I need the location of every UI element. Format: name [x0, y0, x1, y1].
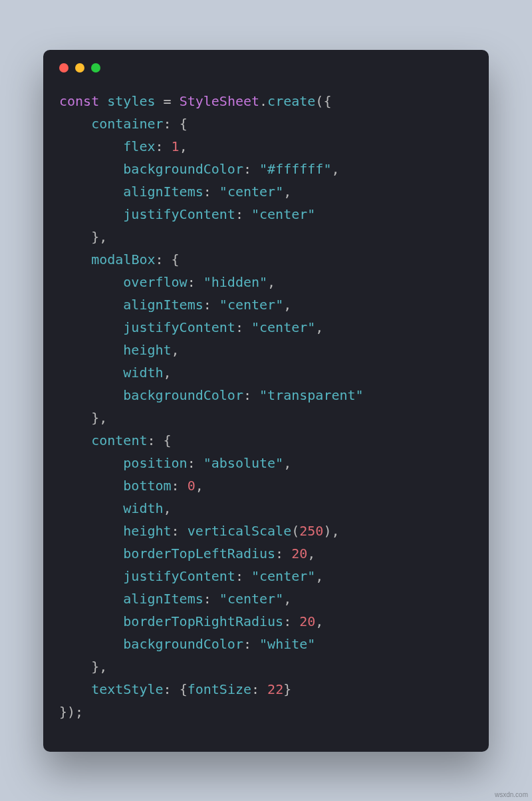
- prop-height: height: [123, 523, 171, 539]
- num-22: 22: [267, 681, 283, 697]
- zoom-icon[interactable]: [91, 63, 100, 73]
- str-hidden: "hidden": [203, 274, 267, 290]
- fn-create: create: [267, 93, 315, 109]
- prop-flex: flex: [123, 138, 155, 154]
- var-styles: styles: [107, 93, 155, 109]
- str-center: "center": [251, 319, 315, 335]
- prop-backgroundColor: backgroundColor: [123, 387, 243, 403]
- prop-justifyContent: justifyContent: [123, 206, 235, 222]
- prop-justifyContent: justifyContent: [123, 568, 235, 584]
- prop-position: position: [123, 455, 187, 471]
- prop-backgroundColor: backgroundColor: [123, 636, 243, 652]
- num-0: 0: [188, 478, 196, 494]
- key-modalBox: modalBox: [91, 251, 155, 267]
- prop-bottom: bottom: [123, 478, 171, 494]
- prop-borderTopLeftRadius: borderTopLeftRadius: [123, 546, 275, 561]
- num-250: 250: [299, 523, 323, 539]
- key-content: content: [91, 432, 147, 448]
- fn-verticalScale: verticalScale: [188, 523, 292, 539]
- str-center: "center": [219, 297, 283, 313]
- str-white: "white": [259, 636, 315, 652]
- prop-width: width: [123, 500, 163, 516]
- key-container: container: [91, 116, 163, 132]
- num-20: 20: [299, 613, 315, 629]
- minimize-icon[interactable]: [75, 63, 84, 73]
- str-absolute: "absolute": [203, 455, 283, 471]
- type-stylesheet: StyleSheet: [180, 93, 259, 109]
- key-textStyle: textStyle: [91, 681, 163, 697]
- str-center: "center": [251, 568, 315, 584]
- close-icon[interactable]: [59, 63, 68, 73]
- str-center: "center": [251, 206, 315, 222]
- prop-height: height: [123, 342, 171, 358]
- str-center: "center": [219, 184, 283, 200]
- prop-alignItems: alignItems: [123, 184, 203, 200]
- code-block: const styles = StyleSheet.create({ conta…: [43, 73, 489, 723]
- prop-alignItems: alignItems: [123, 297, 203, 313]
- watermark: wsxdn.com: [495, 791, 528, 798]
- prop-borderTopRightRadius: borderTopRightRadius: [123, 613, 283, 629]
- code-window: const styles = StyleSheet.create({ conta…: [43, 50, 489, 752]
- prop-justifyContent: justifyContent: [123, 319, 235, 335]
- num-1: 1: [172, 138, 180, 154]
- num-20: 20: [291, 546, 307, 561]
- prop-fontSize: fontSize: [188, 681, 251, 697]
- prop-width: width: [123, 365, 163, 381]
- str-center: "center": [219, 591, 283, 607]
- prop-backgroundColor: backgroundColor: [123, 161, 243, 177]
- prop-overflow: overflow: [123, 274, 187, 290]
- traffic-lights: [43, 50, 489, 73]
- keyword-const: const: [59, 93, 99, 109]
- str-ffffff: "#ffffff": [259, 161, 331, 177]
- str-transparent: "transparent": [259, 387, 364, 403]
- prop-alignItems: alignItems: [123, 591, 203, 607]
